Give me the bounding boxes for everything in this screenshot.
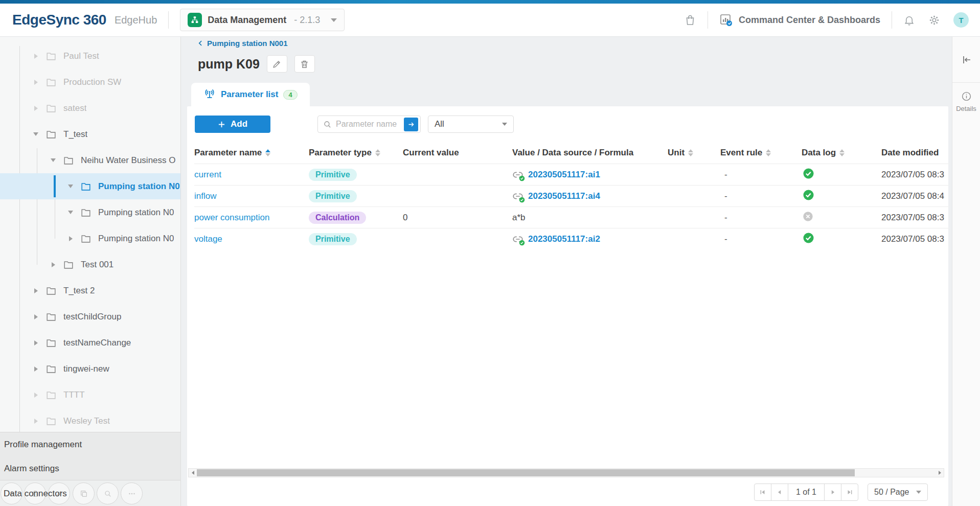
data-log-enabled-icon <box>803 232 814 244</box>
chevron-right-icon[interactable] <box>32 106 40 111</box>
last-page-button[interactable] <box>841 484 858 501</box>
app-switcher-dropdown[interactable]: Data Management - 2.1.3 <box>180 9 345 31</box>
tree-item-label: testNameChange <box>63 338 131 348</box>
column-header[interactable]: Data log <box>802 148 881 158</box>
link-icon <box>512 169 523 180</box>
search-button[interactable] <box>97 482 119 504</box>
tree-item[interactable]: Paul Test <box>0 43 180 69</box>
tree-item[interactable]: TTTT <box>0 382 180 408</box>
tree-item[interactable]: testChildGroup <box>0 304 180 330</box>
chevron-right-icon[interactable] <box>32 54 40 59</box>
add-parameter-button[interactable]: Add <box>195 116 270 133</box>
edit-button[interactable] <box>267 55 287 73</box>
parameter-panel: Add All Parameter nameParameter typeCurr… <box>187 106 948 506</box>
tree-item-label: Paul Test <box>63 51 99 61</box>
user-avatar[interactable]: T <box>953 12 969 28</box>
tree-item[interactable]: testNameChange <box>0 330 180 356</box>
type-filter-dropdown[interactable]: All <box>428 116 514 133</box>
chevron-right-icon[interactable] <box>32 314 40 319</box>
tree-item[interactable]: tingwei-new <box>0 356 180 382</box>
data-source-link[interactable]: 202305051117:ai2 <box>528 234 600 244</box>
chevron-down-icon <box>331 18 337 22</box>
first-page-button[interactable] <box>754 484 771 501</box>
sort-icon[interactable] <box>766 149 771 156</box>
tree-item-label: T_test <box>63 129 87 140</box>
page-size-dropdown[interactable]: 50 / Page <box>868 484 928 501</box>
chevron-right-icon[interactable] <box>32 419 40 424</box>
tree-item[interactable]: T_test 2 <box>0 278 180 304</box>
tree-item[interactable]: Pumping station N0 <box>0 173 180 199</box>
chevron-right-icon[interactable] <box>32 80 40 85</box>
command-center-link[interactable]: Command Center & Dashboards <box>719 13 880 27</box>
chevron-down-icon[interactable] <box>66 211 75 214</box>
data-source-link[interactable]: 202305051117:ai1 <box>528 170 600 180</box>
sort-icon[interactable] <box>688 149 693 156</box>
column-header[interactable]: Parameter name <box>194 148 309 158</box>
tree-item[interactable]: Wesley Test <box>0 408 180 432</box>
chevron-right-icon[interactable] <box>32 340 40 346</box>
chevron-down-icon <box>916 491 921 494</box>
tree-item[interactable]: Pumping station N0 <box>0 199 180 225</box>
marketplace-bag-icon[interactable] <box>684 14 696 26</box>
chevron-down-icon[interactable] <box>49 158 57 162</box>
notifications-bell-icon[interactable] <box>903 14 915 26</box>
divider <box>708 11 708 29</box>
next-page-button[interactable] <box>824 484 841 501</box>
chevron-down-icon[interactable] <box>32 132 40 136</box>
chevron-down-icon[interactable] <box>66 185 75 188</box>
sort-icon[interactable] <box>265 149 270 156</box>
chevron-right-icon[interactable] <box>66 236 75 241</box>
date-modified: 2023/07/05 08:4 <box>881 191 948 201</box>
chevron-right-icon[interactable] <box>32 393 40 398</box>
sort-icon[interactable] <box>839 149 845 156</box>
event-rule-value: - <box>720 234 802 244</box>
horizontal-scrollbar[interactable] <box>188 468 944 477</box>
alarm-settings-link[interactable]: Alarm settings <box>0 456 180 480</box>
search-input[interactable] <box>336 120 404 129</box>
scroll-right-arrow[interactable] <box>936 469 944 477</box>
tree-item[interactable]: Test 001 <box>0 251 180 278</box>
tree-item[interactable]: T_test <box>0 121 180 147</box>
folder-icon <box>80 207 92 218</box>
data-management-icon <box>188 13 202 27</box>
collapse-left-icon <box>960 54 972 66</box>
profile-management-link[interactable]: Profile management <box>0 432 180 456</box>
search-icon <box>323 120 332 129</box>
column-header[interactable]: Event rule <box>720 148 802 158</box>
tree-item-label: T_test 2 <box>63 286 95 296</box>
details-tab[interactable]: Details <box>952 83 980 112</box>
divider <box>892 11 892 29</box>
chevron-right-icon[interactable] <box>32 366 40 372</box>
chevron-right-icon[interactable] <box>49 262 57 267</box>
tree-item[interactable]: satest <box>0 95 180 121</box>
clone-button[interactable] <box>73 482 95 504</box>
back-chevron-icon <box>197 40 204 47</box>
previous-page-button[interactable] <box>771 484 788 501</box>
parameter-name-link[interactable]: voltage <box>194 234 222 244</box>
data-log-disabled-icon <box>803 211 813 222</box>
column-header[interactable]: Unit <box>668 148 720 158</box>
tree-item[interactable]: Pumping station N0 <box>0 225 180 251</box>
settings-gear-icon[interactable] <box>928 14 940 26</box>
chevron-right-icon[interactable] <box>32 288 40 293</box>
parameter-name-link[interactable]: inflow <box>194 191 216 201</box>
column-header[interactable]: Parameter type <box>309 148 403 158</box>
tab-parameter-list[interactable]: Parameter list 4 <box>191 83 310 106</box>
scrollbar-thumb[interactable] <box>197 469 855 476</box>
scroll-left-arrow[interactable] <box>189 469 197 477</box>
page-indicator: 1 of 1 <box>788 484 825 501</box>
parameter-name-link[interactable]: power consumption <box>194 213 269 222</box>
breadcrumb[interactable]: Pumping station N001 <box>197 39 288 48</box>
tree-item[interactable]: Production SW <box>0 69 180 95</box>
data-connectors-link[interactable]: Data connectors <box>4 480 67 506</box>
search-submit-button[interactable] <box>404 118 418 131</box>
add-button-label: Add <box>231 119 247 129</box>
data-source-link[interactable]: 202305051117:ai4 <box>528 191 600 201</box>
tree-item[interactable]: Neihu Water Business O <box>0 147 180 173</box>
sort-icon[interactable] <box>375 149 380 156</box>
collapse-panel-button[interactable] <box>952 37 980 83</box>
delete-button[interactable] <box>294 55 315 73</box>
more-button[interactable] <box>121 482 143 504</box>
parameter-name-link[interactable]: current <box>194 170 221 179</box>
tree-item-label: Pumping station N0 <box>98 234 174 244</box>
